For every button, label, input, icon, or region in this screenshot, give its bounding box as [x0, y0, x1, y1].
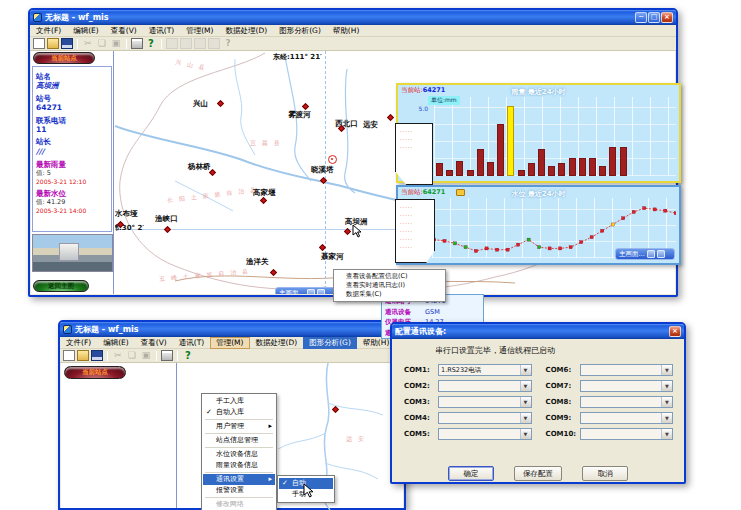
- blk-icon[interactable]: [208, 38, 220, 49]
- map-station-label[interactable]: 高家堰: [253, 188, 276, 198]
- menu-item[interactable]: 查看(V): [105, 25, 143, 37]
- dropdown-arrow-icon[interactable]: ▼: [661, 365, 672, 375]
- copy-icon[interactable]: [96, 38, 108, 49]
- save-icon[interactable]: [61, 38, 73, 49]
- context-menu-item[interactable]: 数据采集(C): [334, 290, 445, 299]
- help-icon[interactable]: [182, 350, 194, 361]
- map-station-label[interactable]: 杨林桥: [188, 162, 211, 172]
- folder-icon[interactable]: [456, 189, 465, 196]
- save-icon[interactable]: [91, 350, 103, 361]
- menu-item[interactable]: 数据处理(D): [250, 337, 304, 349]
- dropdown-arrow-icon[interactable]: ▼: [520, 397, 531, 407]
- com-port-select[interactable]: ▼: [580, 412, 674, 424]
- open-icon[interactable]: [47, 38, 59, 49]
- dialog-button[interactable]: 保存配置: [514, 466, 562, 481]
- com-port-select[interactable]: ▼: [580, 364, 674, 376]
- dropdown-arrow-icon[interactable]: ▼: [661, 381, 672, 391]
- window1-titlebar[interactable]: 无标题 - wf_mis ─ □ ×: [30, 10, 676, 25]
- map-station-label[interactable]: 渔峡口: [155, 214, 178, 224]
- map-station-label[interactable]: 远安: [363, 120, 378, 130]
- map-station-label[interactable]: 晓溪塔: [311, 165, 334, 175]
- current-station-button[interactable]: 当前站点: [64, 366, 126, 379]
- maximize-icon[interactable]: □: [648, 12, 660, 23]
- pill-button-icon[interactable]: [317, 289, 325, 294]
- com-port-select[interactable]: ▼: [438, 380, 532, 392]
- menu-item[interactable]: 数据处理(D): [220, 25, 274, 37]
- pill-button-icon[interactable]: [647, 250, 655, 258]
- dropdown-arrow-icon[interactable]: ▼: [520, 381, 531, 391]
- dropdown-arrow-icon[interactable]: ▼: [520, 413, 531, 423]
- dropdown-menu-item[interactable]: 手工入库: [203, 396, 275, 407]
- map-station-label[interactable]: 兴山: [193, 99, 208, 109]
- dropdown-menu-item[interactable]: 水位设备信息: [203, 449, 275, 460]
- menu-item[interactable]: 查看(V): [135, 337, 173, 349]
- com-port-select[interactable]: ▼: [438, 396, 532, 408]
- rain-bar: [579, 158, 586, 176]
- chart-taskbar-pill[interactable]: 主画面...: [615, 248, 675, 260]
- close-icon[interactable]: ×: [661, 12, 673, 23]
- cut-icon[interactable]: [112, 350, 124, 361]
- copy-icon[interactable]: [126, 350, 138, 361]
- menu-item[interactable]: 图形分析(G): [303, 337, 357, 349]
- dropdown-arrow-icon[interactable]: ▼: [520, 365, 531, 375]
- pill-button-icon[interactable]: [657, 250, 665, 258]
- context-menu-item[interactable]: 查看设备配置信息(C): [334, 272, 445, 281]
- paste-icon[interactable]: [140, 350, 152, 361]
- menu-item[interactable]: 通讯(T): [173, 337, 210, 349]
- new-icon[interactable]: [33, 38, 45, 49]
- dropdown-menu-item[interactable]: 站点信息管理: [203, 435, 275, 446]
- window2-titlebar[interactable]: 无标题 - wf_mis: [60, 322, 404, 337]
- dialog-button[interactable]: 确定: [448, 466, 494, 481]
- com-port-select[interactable]: ▼: [580, 396, 674, 408]
- menu-item[interactable]: 管理(M): [180, 25, 219, 37]
- blk-icon[interactable]: [180, 38, 192, 49]
- menu-item[interactable]: 编辑(E): [97, 337, 135, 349]
- menu-item[interactable]: 编辑(E): [67, 25, 105, 37]
- close-icon[interactable]: ×: [669, 326, 681, 337]
- paste-icon[interactable]: [110, 38, 122, 49]
- blk-icon[interactable]: [194, 38, 206, 49]
- dropdown-menu-item[interactable]: 修改网络: [203, 499, 275, 510]
- com-port-select[interactable]: ▼: [580, 380, 674, 392]
- cut-icon[interactable]: [82, 38, 94, 49]
- menu-item[interactable]: 图形分析(G): [273, 25, 327, 37]
- minimize-icon[interactable]: ─: [635, 12, 647, 23]
- back-to-map-button[interactable]: 返回主图: [33, 280, 89, 292]
- menu-item[interactable]: 文件(F): [60, 337, 97, 349]
- map-station-label[interactable]: 雾渡河: [288, 110, 311, 120]
- map-station-label[interactable]: 水布垭: [115, 209, 138, 219]
- qmark-icon[interactable]: [222, 38, 234, 49]
- dropdown-menu-item[interactable]: 报警设置: [203, 485, 275, 496]
- print-icon[interactable]: [131, 38, 143, 49]
- dropdown-menu-item[interactable]: 雨量设备信息: [203, 460, 275, 471]
- open-icon[interactable]: [77, 350, 89, 361]
- new-icon[interactable]: [63, 350, 75, 361]
- dropdown-menu-item[interactable]: 通讯设置: [203, 474, 275, 485]
- com-port-select[interactable]: ▼: [438, 412, 532, 424]
- dropdown-arrow-icon[interactable]: ▼: [661, 397, 672, 407]
- dialog-button[interactable]: 取消: [582, 466, 628, 481]
- current-station-button[interactable]: 当前站点: [33, 52, 95, 64]
- print-icon[interactable]: [161, 350, 173, 361]
- context-menu-item[interactable]: 查看实时通讯日志(I): [334, 281, 445, 290]
- blk-icon[interactable]: [166, 38, 178, 49]
- com-port-select[interactable]: 1.RS232电话 ▼: [438, 364, 532, 376]
- station-prefix: 当前站:: [401, 188, 423, 196]
- com-port-select[interactable]: ▼: [438, 428, 532, 440]
- help-icon[interactable]: [145, 38, 157, 49]
- dropdown-arrow-icon[interactable]: ▼: [520, 429, 531, 439]
- menu-item[interactable]: 文件(F): [30, 25, 67, 37]
- menu-item[interactable]: 管理(M): [210, 337, 249, 349]
- map-station-label[interactable]: 渔洋关: [246, 257, 269, 267]
- pill-button-icon[interactable]: [307, 289, 315, 294]
- dropdown-menu-item[interactable]: 自动入库: [203, 407, 275, 418]
- dropdown-arrow-icon[interactable]: ▼: [661, 429, 672, 439]
- dialog-titlebar[interactable]: 配置通讯设备: ×: [392, 324, 684, 339]
- menu-item[interactable]: 帮助(H): [327, 25, 366, 37]
- menu-item[interactable]: 通讯(T): [143, 25, 180, 37]
- com-port-select[interactable]: ▼: [580, 428, 674, 440]
- dropdown-menu-item[interactable]: 用户管理: [203, 421, 275, 432]
- map-station-label[interactable]: 聂家河: [321, 252, 344, 262]
- map-taskbar-pill[interactable]: 主画面...: [275, 287, 341, 294]
- dropdown-arrow-icon[interactable]: ▼: [661, 413, 672, 423]
